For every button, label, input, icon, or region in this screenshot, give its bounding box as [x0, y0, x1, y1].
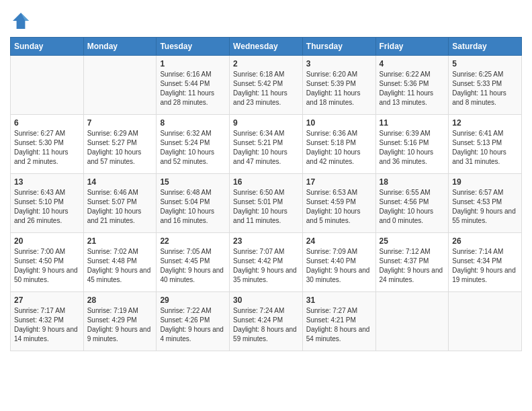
day-cell: 26Sunrise: 7:14 AM Sunset: 4:34 PM Dayli…: [449, 233, 522, 292]
day-cell: 14Sunrise: 6:46 AM Sunset: 5:07 PM Dayli…: [83, 174, 157, 233]
day-cell: 25Sunrise: 7:12 AM Sunset: 4:37 PM Dayli…: [375, 233, 449, 292]
day-cell: [449, 292, 522, 351]
col-header-saturday: Saturday: [449, 38, 522, 56]
day-info: Sunrise: 6:29 AM Sunset: 5:27 PM Dayligh…: [87, 129, 153, 167]
day-info: Sunrise: 6:20 AM Sunset: 5:39 PM Dayligh…: [306, 70, 372, 107]
col-header-thursday: Thursday: [302, 38, 375, 56]
day-number: 3: [306, 59, 372, 68]
day-info: Sunrise: 6:57 AM Sunset: 4:53 PM Dayligh…: [452, 188, 518, 226]
day-number: 20: [14, 236, 80, 246]
day-number: 7: [87, 118, 153, 128]
day-cell: 15Sunrise: 6:48 AM Sunset: 5:04 PM Dayli…: [157, 174, 230, 233]
day-cell: 19Sunrise: 6:57 AM Sunset: 4:53 PM Dayli…: [449, 174, 522, 233]
day-info: Sunrise: 6:22 AM Sunset: 5:36 PM Dayligh…: [380, 70, 445, 107]
day-number: 14: [87, 177, 153, 187]
day-cell: 10Sunrise: 6:36 AM Sunset: 5:18 PM Dayli…: [302, 115, 375, 174]
day-number: 24: [306, 236, 372, 246]
col-header-tuesday: Tuesday: [157, 38, 230, 56]
col-header-wednesday: Wednesday: [230, 38, 303, 56]
day-cell: 13Sunrise: 6:43 AM Sunset: 5:10 PM Dayli…: [11, 174, 84, 233]
day-cell: 24Sunrise: 7:09 AM Sunset: 4:40 PM Dayli…: [302, 233, 375, 292]
col-header-friday: Friday: [375, 38, 449, 56]
day-cell: [375, 292, 449, 351]
day-info: Sunrise: 6:43 AM Sunset: 5:10 PM Dayligh…: [14, 188, 80, 226]
day-cell: 7Sunrise: 6:29 AM Sunset: 5:27 PM Daylig…: [83, 115, 157, 174]
day-cell: 8Sunrise: 6:32 AM Sunset: 5:24 PM Daylig…: [157, 115, 230, 174]
day-info: Sunrise: 6:55 AM Sunset: 4:56 PM Dayligh…: [380, 188, 445, 226]
day-info: Sunrise: 6:34 AM Sunset: 5:21 PM Dayligh…: [233, 129, 299, 167]
day-number: 16: [233, 177, 299, 187]
col-header-monday: Monday: [83, 38, 157, 56]
week-row-4: 20Sunrise: 7:00 AM Sunset: 4:50 PM Dayli…: [11, 233, 522, 292]
week-row-1: 1Sunrise: 6:16 AM Sunset: 5:44 PM Daylig…: [11, 56, 522, 115]
day-info: Sunrise: 6:39 AM Sunset: 5:16 PM Dayligh…: [380, 129, 445, 167]
week-row-3: 13Sunrise: 6:43 AM Sunset: 5:10 PM Dayli…: [11, 174, 522, 233]
day-info: Sunrise: 7:09 AM Sunset: 4:40 PM Dayligh…: [306, 247, 372, 285]
day-cell: 2Sunrise: 6:18 AM Sunset: 5:42 PM Daylig…: [230, 56, 303, 115]
col-header-sunday: Sunday: [11, 38, 84, 56]
day-info: Sunrise: 7:05 AM Sunset: 4:45 PM Dayligh…: [160, 247, 226, 285]
day-cell: 20Sunrise: 7:00 AM Sunset: 4:50 PM Dayli…: [11, 233, 84, 292]
day-info: Sunrise: 6:46 AM Sunset: 5:07 PM Dayligh…: [87, 188, 153, 226]
week-row-5: 27Sunrise: 7:17 AM Sunset: 4:32 PM Dayli…: [11, 292, 522, 351]
day-number: 22: [160, 236, 226, 246]
day-cell: 30Sunrise: 7:24 AM Sunset: 4:24 PM Dayli…: [230, 292, 303, 351]
day-number: 21: [87, 236, 153, 246]
day-number: 4: [380, 59, 445, 68]
day-info: Sunrise: 6:48 AM Sunset: 5:04 PM Dayligh…: [160, 188, 226, 226]
week-row-2: 6Sunrise: 6:27 AM Sunset: 5:30 PM Daylig…: [11, 115, 522, 174]
day-number: 17: [306, 177, 372, 187]
day-number: 13: [14, 177, 80, 187]
day-cell: 31Sunrise: 7:27 AM Sunset: 4:21 PM Dayli…: [302, 292, 375, 351]
day-number: 9: [233, 118, 299, 128]
day-info: Sunrise: 7:27 AM Sunset: 4:21 PM Dayligh…: [306, 306, 372, 344]
day-info: Sunrise: 7:19 AM Sunset: 4:29 PM Dayligh…: [87, 306, 153, 344]
day-number: 19: [452, 177, 518, 187]
header-row: SundayMondayTuesdayWednesdayThursdayFrid…: [11, 38, 522, 56]
day-cell: 9Sunrise: 6:34 AM Sunset: 5:21 PM Daylig…: [230, 115, 303, 174]
day-info: Sunrise: 6:27 AM Sunset: 5:30 PM Dayligh…: [14, 129, 80, 167]
day-cell: 22Sunrise: 7:05 AM Sunset: 4:45 PM Dayli…: [157, 233, 230, 292]
day-info: Sunrise: 7:12 AM Sunset: 4:37 PM Dayligh…: [380, 247, 445, 285]
day-cell: 21Sunrise: 7:02 AM Sunset: 4:48 PM Dayli…: [83, 233, 157, 292]
day-cell: 1Sunrise: 6:16 AM Sunset: 5:44 PM Daylig…: [157, 56, 230, 115]
day-cell: 17Sunrise: 6:53 AM Sunset: 4:59 PM Dayli…: [302, 174, 375, 233]
day-number: 11: [380, 118, 445, 128]
day-info: Sunrise: 7:14 AM Sunset: 4:34 PM Dayligh…: [452, 247, 518, 285]
day-cell: [11, 56, 84, 115]
day-number: 18: [380, 177, 445, 187]
calendar-table: SundayMondayTuesdayWednesdayThursdayFrid…: [10, 37, 522, 351]
day-info: Sunrise: 7:02 AM Sunset: 4:48 PM Dayligh…: [87, 247, 153, 285]
day-cell: 11Sunrise: 6:39 AM Sunset: 5:16 PM Dayli…: [375, 115, 449, 174]
day-info: Sunrise: 6:41 AM Sunset: 5:13 PM Dayligh…: [452, 129, 518, 167]
day-number: 27: [14, 295, 80, 305]
day-info: Sunrise: 6:32 AM Sunset: 5:24 PM Dayligh…: [160, 129, 226, 167]
day-cell: 29Sunrise: 7:22 AM Sunset: 4:26 PM Dayli…: [157, 292, 230, 351]
day-info: Sunrise: 7:00 AM Sunset: 4:50 PM Dayligh…: [14, 247, 80, 285]
day-number: 10: [306, 118, 372, 128]
day-number: 28: [87, 295, 153, 305]
day-number: 6: [14, 118, 80, 128]
logo-icon: [10, 10, 32, 32]
logo: [10, 10, 34, 32]
day-number: 25: [380, 236, 445, 246]
page-container: SundayMondayTuesdayWednesdayThursdayFrid…: [0, 0, 532, 361]
day-number: 26: [452, 236, 518, 246]
day-number: 30: [233, 295, 299, 305]
day-info: Sunrise: 6:18 AM Sunset: 5:42 PM Dayligh…: [233, 70, 299, 107]
day-number: 8: [160, 118, 226, 128]
day-number: 12: [452, 118, 518, 128]
day-number: 23: [233, 236, 299, 246]
day-info: Sunrise: 6:53 AM Sunset: 4:59 PM Dayligh…: [306, 188, 372, 226]
day-number: 1: [160, 59, 226, 68]
day-info: Sunrise: 7:22 AM Sunset: 4:26 PM Dayligh…: [160, 306, 226, 344]
day-number: 5: [452, 59, 518, 68]
day-cell: [83, 56, 157, 115]
day-info: Sunrise: 6:25 AM Sunset: 5:33 PM Dayligh…: [452, 70, 518, 107]
day-info: Sunrise: 6:50 AM Sunset: 5:01 PM Dayligh…: [233, 188, 299, 226]
day-cell: 28Sunrise: 7:19 AM Sunset: 4:29 PM Dayli…: [83, 292, 157, 351]
day-number: 31: [306, 295, 372, 305]
day-cell: 27Sunrise: 7:17 AM Sunset: 4:32 PM Dayli…: [11, 292, 84, 351]
day-info: Sunrise: 7:24 AM Sunset: 4:24 PM Dayligh…: [233, 306, 299, 344]
day-info: Sunrise: 6:16 AM Sunset: 5:44 PM Dayligh…: [160, 70, 226, 107]
